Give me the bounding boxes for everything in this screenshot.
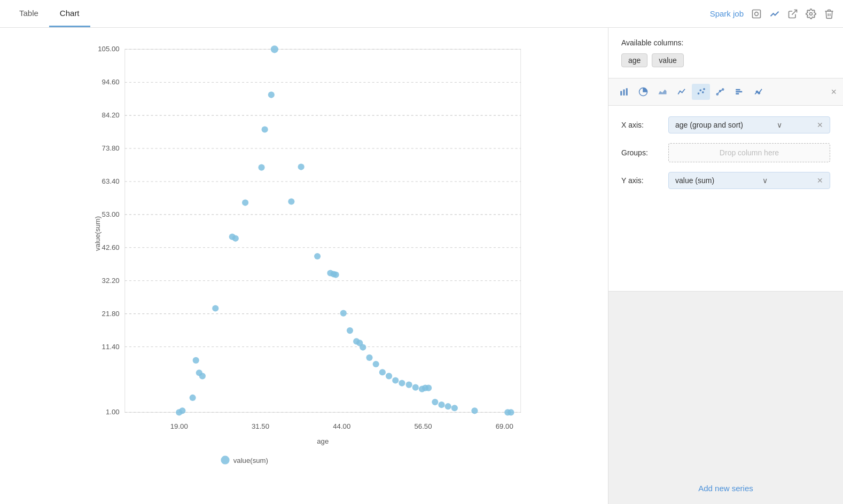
groups-label: Groups: (621, 148, 660, 157)
x-axis-remove-btn[interactable]: ✕ (817, 121, 823, 129)
svg-point-96 (758, 92, 760, 94)
chart-icon[interactable] (769, 9, 780, 19)
add-series-container: Add new series (608, 473, 843, 504)
spark-job-link[interactable]: Spark job (710, 9, 744, 18)
svg-point-48 (288, 198, 294, 204)
chart-area: .grid-line { stroke: #ccc; stroke-width:… (0, 28, 608, 504)
svg-text:32.20: 32.20 (102, 277, 120, 285)
svg-point-62 (386, 373, 392, 379)
svg-point-49 (298, 163, 305, 170)
svg-point-39 (199, 373, 206, 379)
x-axis-label: X axis: (621, 121, 660, 129)
tab-table[interactable]: Table (9, 0, 49, 27)
svg-line-90 (717, 91, 720, 94)
svg-text:value(sum): value(sum) (233, 456, 268, 464)
svg-line-2 (792, 10, 797, 14)
svg-point-76 (508, 409, 514, 415)
chart-type-line2-btn[interactable] (750, 84, 768, 100)
column-chip-age[interactable]: age (621, 53, 647, 67)
svg-text:94.60: 94.60 (102, 78, 120, 86)
svg-point-72 (445, 403, 451, 410)
chart-config-section: × X axis: age (group and sort) ∨ ✕ Group… (608, 78, 843, 292)
svg-point-45 (262, 126, 268, 132)
svg-rect-0 (753, 10, 761, 18)
svg-point-63 (392, 377, 399, 383)
svg-text:73.80: 73.80 (102, 144, 120, 152)
svg-point-55 (347, 327, 353, 334)
svg-text:11.40: 11.40 (102, 343, 120, 351)
svg-point-44 (258, 164, 264, 170)
svg-rect-81 (626, 88, 628, 96)
y-axis-value-box[interactable]: value (sum) ∨ ✕ (668, 172, 830, 189)
chart-type-bar2-btn[interactable] (730, 84, 748, 100)
svg-point-35 (179, 407, 185, 414)
svg-point-86 (703, 88, 705, 90)
groups-row: Groups: Drop column here (621, 143, 830, 162)
svg-point-47 (271, 45, 278, 53)
svg-point-43 (242, 199, 248, 206)
svg-point-60 (373, 361, 379, 367)
available-columns-section: Available columns: age value (608, 28, 843, 78)
svg-point-3 (810, 12, 813, 15)
y-axis-value-text: value (sum) (675, 176, 714, 185)
svg-point-1 (755, 12, 759, 15)
y-axis-remove-btn[interactable]: ✕ (817, 176, 823, 185)
axis-config: X axis: age (group and sort) ∨ ✕ Groups:… (608, 106, 843, 200)
export-icon[interactable] (787, 9, 798, 19)
svg-point-40 (212, 305, 218, 311)
svg-text:31.50: 31.50 (252, 422, 269, 430)
x-axis-chevron: ∨ (777, 121, 782, 129)
right-panel-bottom: Add new series (608, 292, 843, 504)
y-axis-chevron: ∨ (762, 176, 768, 185)
svg-point-59 (366, 355, 372, 361)
main-content: .grid-line { stroke: #ccc; stroke-width:… (0, 28, 843, 504)
svg-rect-94 (736, 93, 739, 94)
svg-point-71 (438, 401, 444, 408)
scatter-chart: .grid-line { stroke: #ccc; stroke-width:… (32, 38, 597, 472)
settings-icon[interactable] (806, 9, 816, 19)
svg-text:56.50: 56.50 (414, 422, 432, 430)
svg-text:21.80: 21.80 (102, 310, 120, 318)
svg-rect-4 (125, 49, 521, 412)
column-chip-value[interactable]: value (652, 53, 683, 67)
svg-text:69.00: 69.00 (496, 422, 513, 430)
close-chart-config-btn[interactable]: × (831, 86, 837, 98)
svg-point-58 (360, 344, 366, 350)
svg-point-37 (193, 357, 199, 364)
chart-type-bar-btn[interactable] (615, 84, 633, 100)
svg-rect-92 (736, 89, 740, 91)
chart-type-line-btn[interactable] (673, 84, 691, 100)
svg-point-66 (412, 384, 419, 391)
delete-icon[interactable] (824, 9, 834, 19)
screenshot-icon[interactable] (751, 9, 762, 19)
svg-point-70 (432, 399, 438, 405)
svg-point-50 (314, 253, 321, 259)
y-axis-label: Y axis: (621, 176, 660, 185)
x-axis-value-box[interactable]: age (group and sort) ∨ ✕ (668, 116, 830, 133)
svg-text:105.00: 105.00 (98, 45, 119, 53)
add-series-link[interactable]: Add new series (698, 484, 753, 493)
chart-type-scatter2-btn[interactable] (711, 84, 729, 100)
svg-point-46 (268, 91, 275, 98)
chart-type-scatter-btn[interactable] (692, 84, 710, 100)
svg-point-83 (698, 92, 700, 94)
tabs: Table Chart (9, 0, 90, 27)
chart-type-pie-btn[interactable] (634, 84, 652, 100)
x-axis-row: X axis: age (group and sort) ∨ ✕ (621, 116, 830, 133)
tab-bar: Table Chart Spark job (0, 0, 843, 28)
svg-point-65 (406, 381, 412, 388)
svg-point-64 (399, 380, 405, 386)
chart-type-bar: × (608, 78, 843, 106)
groups-drop-zone[interactable]: Drop column here (668, 143, 830, 162)
svg-point-69 (425, 385, 432, 391)
svg-point-42 (232, 235, 239, 241)
column-chips: age value (621, 53, 830, 67)
svg-text:44.00: 44.00 (333, 422, 350, 430)
svg-text:84.20: 84.20 (102, 111, 120, 119)
svg-text:1.00: 1.00 (106, 408, 120, 416)
chart-type-area-btn[interactable] (653, 84, 672, 100)
svg-text:42.60: 42.60 (102, 243, 120, 251)
svg-point-77 (221, 456, 229, 464)
svg-point-85 (702, 91, 704, 93)
tab-chart[interactable]: Chart (49, 0, 90, 27)
